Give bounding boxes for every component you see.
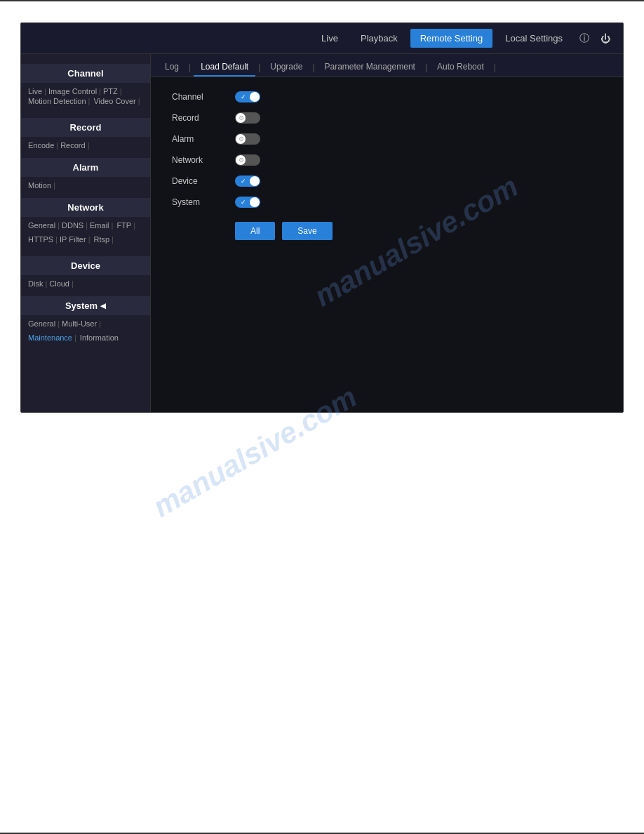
sidebar-link-ftp[interactable]: FTP	[116, 221, 131, 234]
label-alarm: Alarm	[172, 134, 228, 144]
btn-save[interactable]: Save	[282, 222, 332, 240]
sidebar-link-general-sys[interactable]: General	[28, 319, 55, 332]
sidebar-link-ptz[interactable]: PTZ	[103, 87, 118, 95]
form-row-network: Network ⚙	[172, 154, 602, 166]
sidebar-link-maintenance[interactable]: Maintenance	[28, 333, 72, 346]
sidebar-links-device: Disk | Cloud |	[21, 278, 150, 292]
sidebar-section-record: Record	[21, 118, 150, 137]
form-row-device: Device ✓	[172, 176, 602, 187]
sidebar-link-information[interactable]: Information	[80, 333, 119, 346]
label-record: Record	[172, 113, 228, 123]
sidebar-section-device: Device	[21, 256, 150, 275]
toggle-check-channel: ✓	[241, 93, 246, 100]
sidebar-link-rtsp[interactable]: Rtsp	[93, 235, 109, 248]
toggle-track-alarm[interactable]: ⚙	[235, 133, 260, 145]
tab-parameter-management[interactable]: Parameter Management	[318, 58, 422, 77]
sidebar-link-email[interactable]: Email	[90, 221, 109, 234]
info-icon-btn[interactable]: ⓘ	[575, 29, 593, 48]
btn-row: All Save	[235, 222, 602, 240]
sidebar-link-ddns[interactable]: DDNS	[62, 221, 83, 234]
label-device: Device	[172, 176, 228, 186]
sidebar-link-video-cover[interactable]: Video Cover	[93, 97, 135, 110]
toggle-check-device: ✓	[241, 178, 246, 185]
dvr-ui: Live Playback Remote Setting Local Setti…	[20, 22, 624, 413]
sidebar-link-ip-filter[interactable]: IP Filter	[60, 235, 86, 248]
toggle-network[interactable]: ⚙	[235, 154, 260, 166]
main-container: Live Playback Remote Setting Local Setti…	[0, 1, 644, 427]
toggle-thumb-system	[250, 197, 260, 207]
form-row-record: Record ⚙	[172, 112, 602, 124]
sidebar-link-record[interactable]: Record	[60, 141, 85, 150]
toggle-track-system[interactable]: ✓	[235, 197, 260, 208]
toggle-record[interactable]: ⚙	[235, 112, 260, 124]
dvr-header: Live Playback Remote Setting Local Setti…	[21, 23, 623, 54]
label-network: Network	[172, 155, 228, 165]
tab-load-default[interactable]: Load Default	[194, 58, 255, 77]
btn-all[interactable]: All	[235, 222, 275, 240]
toggle-track-network[interactable]: ⚙	[235, 154, 260, 166]
sidebar-link-https[interactable]: HTTPS	[28, 235, 53, 248]
nav-local-settings[interactable]: Local Settings	[495, 29, 572, 48]
nav-remote-setting[interactable]: Remote Setting	[410, 29, 493, 48]
toggle-alarm[interactable]: ⚙	[235, 133, 260, 145]
sidebar-link-motion-detection[interactable]: Motion Detection	[28, 97, 86, 110]
form-row-system: System ✓	[172, 197, 602, 208]
toggle-icon-record: ⚙	[239, 114, 244, 121]
sidebar-section-network: Network	[21, 198, 150, 217]
dvr-body: Channel Live | Image Control | PTZ | Mot…	[21, 54, 623, 412]
sidebar-link-live[interactable]: Live	[28, 87, 42, 95]
sidebar-link-general[interactable]: General	[28, 221, 55, 234]
sidebar-link-encode[interactable]: Encode	[28, 141, 54, 150]
sidebar-link-motion[interactable]: Motion	[28, 181, 51, 190]
toggle-system[interactable]: ✓	[235, 197, 260, 208]
sidebar-section-channel: Channel	[21, 64, 150, 83]
form-content: Channel ✓ Record	[151, 77, 623, 254]
toggle-thumb-device	[250, 176, 260, 186]
toggle-track-channel[interactable]: ✓	[235, 91, 260, 102]
nav-playback[interactable]: Playback	[351, 29, 408, 48]
sidebar-link-multi-user[interactable]: Multi-User	[62, 319, 97, 332]
page-wrapper: Live Playback Remote Setting Local Setti…	[0, 0, 644, 834]
label-system: System	[172, 197, 228, 207]
toggle-check-system: ✓	[241, 199, 246, 206]
power-icon-btn[interactable]: ⏻	[596, 30, 615, 47]
tab-bar: Log | Load Default | Upgrade | Parameter…	[151, 54, 623, 77]
label-channel: Channel	[172, 92, 228, 102]
toggle-icon-network: ⚙	[239, 157, 244, 164]
toggle-icon-alarm: ⚙	[239, 135, 244, 143]
sidebar-links-channel: Live | Image Control | PTZ | Motion Dete…	[21, 86, 150, 114]
sidebar-link-disk[interactable]: Disk	[28, 279, 43, 288]
tab-upgrade[interactable]: Upgrade	[263, 58, 309, 77]
form-row-channel: Channel ✓	[172, 91, 602, 102]
sidebar-links-network: General | DDNS | Email | FTP | HTTPS | I…	[21, 220, 150, 252]
nav-live[interactable]: Live	[311, 29, 348, 48]
toggle-track-record[interactable]: ⚙	[235, 112, 260, 124]
sidebar-section-system: System ◀	[21, 296, 150, 315]
toggle-channel[interactable]: ✓	[235, 91, 260, 102]
sidebar: Channel Live | Image Control | PTZ | Mot…	[21, 54, 151, 412]
sidebar-links-alarm: Motion |	[21, 180, 150, 194]
tab-log[interactable]: Log	[158, 58, 186, 77]
sidebar-links-system: General | Multi-User | Maintenance | Inf…	[21, 318, 150, 350]
tab-auto-reboot[interactable]: Auto Reboot	[430, 58, 491, 77]
sidebar-link-cloud[interactable]: Cloud	[49, 279, 69, 288]
toggle-thumb-channel	[250, 92, 260, 102]
content-area: Log | Load Default | Upgrade | Parameter…	[151, 54, 623, 412]
sidebar-links-record: Encode | Record |	[21, 140, 150, 154]
toggle-track-device[interactable]: ✓	[235, 176, 260, 187]
sidebar-link-image-control[interactable]: Image Control	[48, 87, 97, 95]
sidebar-section-alarm: Alarm	[21, 158, 150, 177]
system-collapse-arrow: ◀	[100, 302, 106, 310]
toggle-device[interactable]: ✓	[235, 176, 260, 187]
form-row-alarm: Alarm ⚙	[172, 133, 602, 145]
